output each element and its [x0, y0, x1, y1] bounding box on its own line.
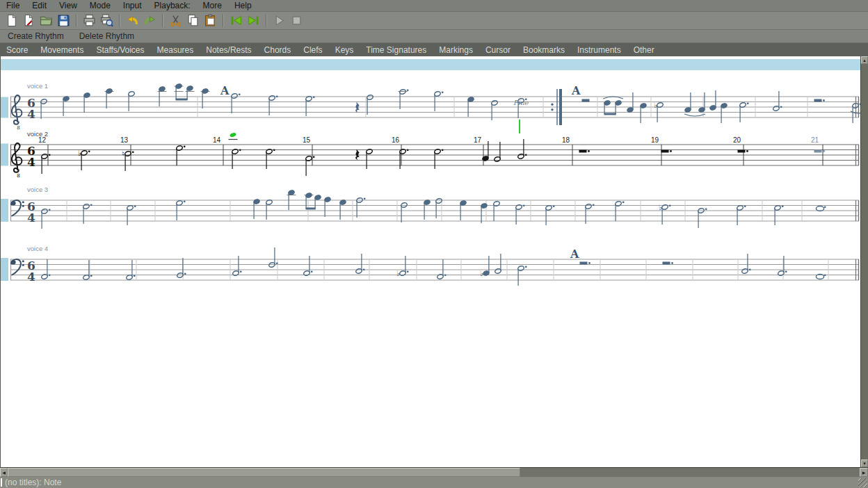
note[interactable] — [721, 103, 728, 123]
print-button[interactable] — [81, 13, 98, 29]
rest[interactable] — [663, 262, 673, 265]
note[interactable] — [460, 200, 467, 220]
note[interactable] — [773, 91, 782, 111]
redo-button[interactable] — [141, 13, 159, 29]
menu-file[interactable]: File — [0, 0, 26, 12]
note[interactable] — [778, 256, 787, 276]
note[interactable] — [201, 88, 210, 108]
note[interactable] — [467, 97, 474, 117]
note[interactable] — [517, 139, 527, 159]
note[interactable] — [741, 254, 751, 274]
horizontal-scroll-track[interactable] — [520, 468, 860, 477]
staff-voice-3[interactable]: voice 364♭ — [10, 186, 859, 229]
note[interactable] — [627, 92, 634, 113]
scroll-down-button[interactable]: ▼ — [861, 459, 868, 467]
staff-voice-1[interactable]: voice 1864♭AAFine — [10, 82, 861, 131]
paste-button[interactable] — [202, 13, 219, 29]
note[interactable] — [41, 209, 51, 229]
tab-movements[interactable]: Movements — [34, 45, 90, 55]
note[interactable] — [515, 204, 525, 225]
note[interactable] — [126, 260, 136, 280]
tab-score[interactable]: Score — [0, 45, 34, 55]
note[interactable] — [105, 88, 114, 108]
note[interactable] — [63, 96, 70, 116]
rest[interactable] — [661, 150, 672, 153]
note[interactable] — [399, 149, 409, 169]
tab-bookmarks[interactable]: Bookmarks — [517, 45, 571, 55]
go-last-button[interactable] — [245, 13, 262, 29]
rest[interactable] — [814, 99, 825, 102]
note[interactable] — [709, 90, 716, 111]
note[interactable] — [684, 92, 691, 113]
note[interactable] — [158, 86, 167, 106]
tab-measures[interactable]: Measures — [151, 45, 200, 55]
note[interactable] — [83, 92, 90, 113]
note[interactable] — [355, 254, 365, 274]
rest[interactable] — [814, 150, 825, 153]
tab-instruments[interactable]: Instruments — [571, 45, 627, 55]
note[interactable] — [287, 190, 296, 210]
horizontal-scroll-thumb[interactable] — [8, 468, 520, 477]
note[interactable] — [545, 205, 555, 225]
note[interactable] — [232, 149, 241, 169]
play-button[interactable] — [271, 13, 288, 29]
note[interactable] — [324, 197, 331, 217]
note[interactable] — [266, 200, 273, 220]
note[interactable] — [176, 200, 186, 220]
menu-edit[interactable]: Edit — [26, 0, 53, 12]
note[interactable] — [41, 154, 51, 174]
score-canvas[interactable]: voice 1864♭AAFinevoice 28641213141516171… — [1, 56, 861, 467]
note[interactable] — [434, 149, 444, 169]
tab-cursor[interactable]: Cursor — [479, 45, 517, 55]
vertical-scrollbar[interactable]: ▲ ▼ — [860, 56, 868, 467]
tab-other[interactable]: Other — [627, 45, 661, 55]
note[interactable] — [231, 93, 241, 113]
save-button[interactable] — [55, 13, 72, 29]
note[interactable] — [127, 205, 136, 225]
tab-clefs[interactable]: Clefs — [297, 45, 328, 55]
rest[interactable] — [738, 150, 748, 153]
delete-rhythm-button[interactable]: Delete Rhythm — [72, 31, 142, 41]
note[interactable] — [83, 260, 93, 280]
note[interactable] — [424, 200, 431, 220]
cut-button[interactable] — [167, 13, 184, 29]
note[interactable] — [367, 95, 373, 115]
note[interactable] — [816, 206, 826, 211]
tab-keys[interactable]: Keys — [329, 45, 360, 55]
tab-chords[interactable]: Chords — [258, 45, 298, 55]
note[interactable] — [481, 203, 488, 223]
note[interactable] — [517, 266, 527, 286]
note[interactable] — [339, 200, 346, 220]
tab-staffs-voices[interactable]: Staffs/Voices — [90, 45, 150, 55]
note[interactable] — [640, 103, 647, 123]
go-first-button[interactable] — [227, 13, 245, 29]
tab-markings[interactable]: Markings — [433, 45, 479, 55]
note[interactable] — [305, 96, 315, 116]
selected-note[interactable] — [229, 132, 238, 139]
note[interactable] — [232, 256, 242, 276]
note[interactable] — [482, 141, 489, 161]
note[interactable] — [303, 256, 313, 276]
rest[interactable] — [579, 150, 590, 153]
stop-button[interactable] — [288, 13, 305, 29]
rest[interactable] — [580, 262, 590, 265]
rest[interactable] — [582, 99, 590, 102]
print-preview-button[interactable] — [98, 13, 115, 29]
menu-more[interactable]: More — [197, 0, 228, 12]
note[interactable] — [266, 149, 275, 169]
note[interactable] — [495, 254, 501, 274]
note[interactable] — [128, 91, 135, 111]
note[interactable] — [698, 92, 705, 113]
scroll-left-button[interactable]: ◀ — [0, 468, 8, 477]
resize-grip[interactable] — [858, 478, 867, 487]
menu-help[interactable]: Help — [228, 0, 258, 12]
undo-button[interactable] — [124, 13, 141, 29]
menu-playback[interactable]: Playback: — [148, 0, 197, 12]
new-document-button[interactable] — [3, 13, 20, 29]
copy-button[interactable] — [184, 13, 202, 29]
menu-view[interactable]: View — [53, 0, 83, 12]
tab-notes-rests[interactable]: Notes/Rests — [200, 45, 257, 55]
note[interactable] — [774, 205, 784, 225]
open-folder-button[interactable] — [38, 13, 55, 29]
scroll-up-button[interactable]: ▲ — [861, 56, 868, 64]
